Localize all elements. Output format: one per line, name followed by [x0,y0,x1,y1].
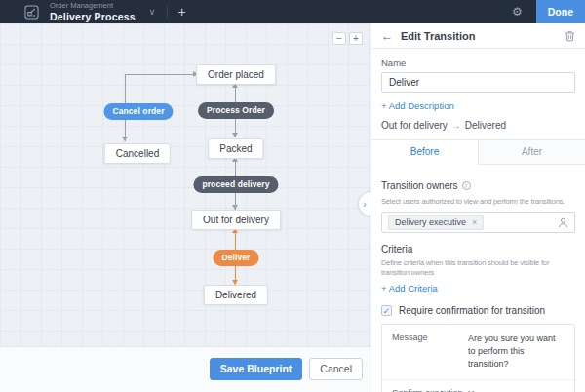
row-label: Message [392,333,468,371]
row-label: Confirm execution [392,388,468,392]
state-delivered[interactable]: Delivered [204,285,268,305]
path-to-state: Delivered [465,120,506,131]
edit-transition-panel: ← Edit Transition Name + Add Description… [370,23,585,392]
blueprint-switcher-chevron-icon[interactable]: ∨ [149,7,156,17]
settings-gear-icon[interactable]: ⚙ [512,5,523,19]
transition-deliver-selected[interactable]: Deliver [213,250,258,266]
transition-owners-section: Transition ownersi Select users authoriz… [381,176,575,233]
topbar-divider [167,5,168,19]
flowchart: Order placed Cancelled Packed Out for de… [0,23,370,392]
delete-transition-trash-icon[interactable] [565,30,575,42]
blueprint-title-block: Order Management Delivery Process [50,2,136,21]
transition-owners-title: Transition owners [381,180,458,191]
blueprint-canvas[interactable]: − + Order placed [0,23,370,392]
done-button[interactable]: Done [536,0,585,23]
blueprint-name: Delivery Process [50,12,136,22]
path-from-state: Out for delivery [381,120,448,131]
arrowhead [122,137,128,141]
owner-tag-remove-icon[interactable]: × [472,218,477,227]
cancel-button[interactable]: Cancel [309,358,363,380]
name-label: Name [381,58,575,68]
blueprint-logo-icon [24,5,39,20]
state-packed[interactable]: Packed [208,138,263,159]
table-row: Message Are you sure you want to perform… [382,325,574,378]
module-label: Order Management [50,2,136,10]
add-blueprint-button[interactable]: + [177,4,185,20]
criteria-title: Criteria [381,244,575,255]
row-value: Are you sure you want to perform this tr… [468,333,565,371]
transition-path: Out for delivery→Delivered [381,120,575,131]
criteria-section: Criteria Define criteria when this trans… [381,244,575,295]
add-criteria-link[interactable]: + Add Criteria [381,283,438,294]
row-value: Yes [468,388,565,392]
panel-header: ← Edit Transition [371,23,585,49]
require-confirmation-label: Require confirmation for transition [399,305,545,316]
tab-before[interactable]: Before [371,140,479,165]
transition-cancel-order[interactable]: Cancel order [103,103,173,120]
owner-tag: Delivery executive × [388,215,484,230]
top-bar: Order Management Delivery Process ∨ + ⚙ … [0,0,585,23]
add-description-link[interactable]: + Add Description [381,100,454,111]
before-after-tabs: Before After [371,139,585,165]
tab-after[interactable]: After [479,140,585,165]
transition-proceed-delivery[interactable]: proceed delivery [193,176,278,193]
confirmation-settings-table: Message Are you sure you want to perform… [381,324,575,392]
transition-owners-field[interactable]: Delivery executive × [381,212,575,233]
state-out-for-delivery[interactable]: Out for delivery [191,210,281,230]
require-confirmation-checkbox[interactable]: ✓ [381,305,392,316]
state-order-placed[interactable]: Order placed [196,64,276,85]
info-icon[interactable]: i [462,181,471,190]
arrowhead [232,133,238,137]
user-picker-icon[interactable] [558,217,568,228]
require-confirmation-row: ✓ Require confirmation for transition [381,305,575,316]
path-arrow-icon: → [451,120,461,131]
transition-process-order[interactable]: Process Order [198,102,274,119]
transition-owners-subtitle: Select users authorized to view and perf… [381,197,575,207]
connector-line [125,74,193,75]
table-row: Confirm execution Yes [382,379,574,392]
transition-name-input[interactable] [381,72,575,93]
criteria-subtitle: Define criteria when this transition sho… [381,258,575,278]
back-arrow-icon[interactable]: ← [381,30,393,42]
save-blueprint-button[interactable]: Save Blueprint [210,358,303,380]
blueprint-editor: Order Management Delivery Process ∨ + ⚙ … [0,0,585,392]
owner-tag-label: Delivery executive [395,217,466,227]
state-cancelled[interactable]: Cancelled [104,143,171,164]
panel-title: Edit Transition [401,30,475,42]
canvas-footer: Save Blueprint Cancel [0,346,370,392]
